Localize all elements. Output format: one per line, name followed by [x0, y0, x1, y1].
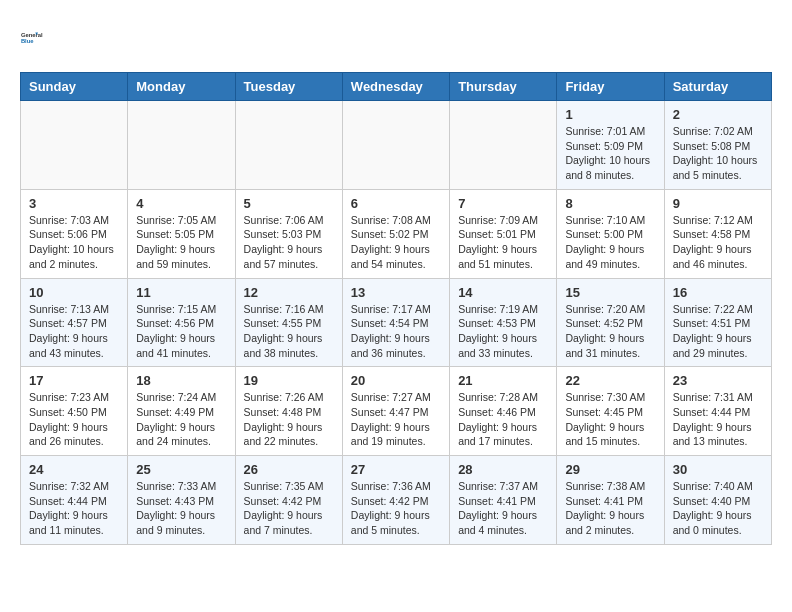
calendar-cell	[128, 101, 235, 190]
calendar-cell: 11Sunrise: 7:15 AM Sunset: 4:56 PM Dayli…	[128, 278, 235, 367]
day-info: Sunrise: 7:02 AM Sunset: 5:08 PM Dayligh…	[673, 124, 763, 183]
day-info: Sunrise: 7:40 AM Sunset: 4:40 PM Dayligh…	[673, 479, 763, 538]
day-number: 28	[458, 462, 548, 477]
calendar-cell: 1Sunrise: 7:01 AM Sunset: 5:09 PM Daylig…	[557, 101, 664, 190]
logo: General Blue	[20, 20, 56, 56]
calendar-week-row: 3Sunrise: 7:03 AM Sunset: 5:06 PM Daylig…	[21, 189, 772, 278]
day-info: Sunrise: 7:12 AM Sunset: 4:58 PM Dayligh…	[673, 213, 763, 272]
day-info: Sunrise: 7:31 AM Sunset: 4:44 PM Dayligh…	[673, 390, 763, 449]
calendar-cell: 17Sunrise: 7:23 AM Sunset: 4:50 PM Dayli…	[21, 367, 128, 456]
calendar-cell: 3Sunrise: 7:03 AM Sunset: 5:06 PM Daylig…	[21, 189, 128, 278]
day-number: 6	[351, 196, 441, 211]
calendar-cell: 5Sunrise: 7:06 AM Sunset: 5:03 PM Daylig…	[235, 189, 342, 278]
day-info: Sunrise: 7:01 AM Sunset: 5:09 PM Dayligh…	[565, 124, 655, 183]
day-number: 9	[673, 196, 763, 211]
calendar-cell: 2Sunrise: 7:02 AM Sunset: 5:08 PM Daylig…	[664, 101, 771, 190]
day-info: Sunrise: 7:19 AM Sunset: 4:53 PM Dayligh…	[458, 302, 548, 361]
day-info: Sunrise: 7:35 AM Sunset: 4:42 PM Dayligh…	[244, 479, 334, 538]
day-number: 18	[136, 373, 226, 388]
day-number: 25	[136, 462, 226, 477]
calendar-cell: 25Sunrise: 7:33 AM Sunset: 4:43 PM Dayli…	[128, 456, 235, 545]
weekday-header-sunday: Sunday	[21, 73, 128, 101]
day-number: 16	[673, 285, 763, 300]
day-info: Sunrise: 7:09 AM Sunset: 5:01 PM Dayligh…	[458, 213, 548, 272]
day-number: 4	[136, 196, 226, 211]
day-info: Sunrise: 7:33 AM Sunset: 4:43 PM Dayligh…	[136, 479, 226, 538]
weekday-header-friday: Friday	[557, 73, 664, 101]
calendar-cell: 20Sunrise: 7:27 AM Sunset: 4:47 PM Dayli…	[342, 367, 449, 456]
day-info: Sunrise: 7:15 AM Sunset: 4:56 PM Dayligh…	[136, 302, 226, 361]
calendar-cell: 22Sunrise: 7:30 AM Sunset: 4:45 PM Dayli…	[557, 367, 664, 456]
day-number: 2	[673, 107, 763, 122]
weekday-header-thursday: Thursday	[450, 73, 557, 101]
day-number: 15	[565, 285, 655, 300]
day-number: 10	[29, 285, 119, 300]
day-number: 23	[673, 373, 763, 388]
day-info: Sunrise: 7:16 AM Sunset: 4:55 PM Dayligh…	[244, 302, 334, 361]
day-number: 29	[565, 462, 655, 477]
calendar-table: SundayMondayTuesdayWednesdayThursdayFrid…	[20, 72, 772, 545]
calendar-cell: 23Sunrise: 7:31 AM Sunset: 4:44 PM Dayli…	[664, 367, 771, 456]
calendar-cell: 28Sunrise: 7:37 AM Sunset: 4:41 PM Dayli…	[450, 456, 557, 545]
day-number: 3	[29, 196, 119, 211]
day-info: Sunrise: 7:10 AM Sunset: 5:00 PM Dayligh…	[565, 213, 655, 272]
weekday-header-row: SundayMondayTuesdayWednesdayThursdayFrid…	[21, 73, 772, 101]
svg-text:Blue: Blue	[21, 38, 34, 44]
calendar-week-row: 24Sunrise: 7:32 AM Sunset: 4:44 PM Dayli…	[21, 456, 772, 545]
day-info: Sunrise: 7:24 AM Sunset: 4:49 PM Dayligh…	[136, 390, 226, 449]
day-info: Sunrise: 7:17 AM Sunset: 4:54 PM Dayligh…	[351, 302, 441, 361]
day-number: 20	[351, 373, 441, 388]
day-info: Sunrise: 7:08 AM Sunset: 5:02 PM Dayligh…	[351, 213, 441, 272]
day-info: Sunrise: 7:23 AM Sunset: 4:50 PM Dayligh…	[29, 390, 119, 449]
calendar-cell: 8Sunrise: 7:10 AM Sunset: 5:00 PM Daylig…	[557, 189, 664, 278]
day-info: Sunrise: 7:05 AM Sunset: 5:05 PM Dayligh…	[136, 213, 226, 272]
calendar-cell: 21Sunrise: 7:28 AM Sunset: 4:46 PM Dayli…	[450, 367, 557, 456]
calendar-cell: 16Sunrise: 7:22 AM Sunset: 4:51 PM Dayli…	[664, 278, 771, 367]
calendar-cell: 27Sunrise: 7:36 AM Sunset: 4:42 PM Dayli…	[342, 456, 449, 545]
calendar-cell	[235, 101, 342, 190]
day-info: Sunrise: 7:22 AM Sunset: 4:51 PM Dayligh…	[673, 302, 763, 361]
weekday-header-monday: Monday	[128, 73, 235, 101]
calendar-cell: 7Sunrise: 7:09 AM Sunset: 5:01 PM Daylig…	[450, 189, 557, 278]
calendar-cell: 10Sunrise: 7:13 AM Sunset: 4:57 PM Dayli…	[21, 278, 128, 367]
day-number: 24	[29, 462, 119, 477]
calendar-cell	[342, 101, 449, 190]
day-number: 26	[244, 462, 334, 477]
day-info: Sunrise: 7:36 AM Sunset: 4:42 PM Dayligh…	[351, 479, 441, 538]
day-number: 27	[351, 462, 441, 477]
calendar-cell: 30Sunrise: 7:40 AM Sunset: 4:40 PM Dayli…	[664, 456, 771, 545]
day-number: 8	[565, 196, 655, 211]
day-info: Sunrise: 7:37 AM Sunset: 4:41 PM Dayligh…	[458, 479, 548, 538]
calendar-cell: 18Sunrise: 7:24 AM Sunset: 4:49 PM Dayli…	[128, 367, 235, 456]
calendar-cell: 14Sunrise: 7:19 AM Sunset: 4:53 PM Dayli…	[450, 278, 557, 367]
day-number: 12	[244, 285, 334, 300]
day-number: 21	[458, 373, 548, 388]
page-header: General Blue	[20, 20, 772, 56]
calendar-cell	[21, 101, 128, 190]
day-info: Sunrise: 7:30 AM Sunset: 4:45 PM Dayligh…	[565, 390, 655, 449]
calendar-week-row: 17Sunrise: 7:23 AM Sunset: 4:50 PM Dayli…	[21, 367, 772, 456]
calendar-week-row: 10Sunrise: 7:13 AM Sunset: 4:57 PM Dayli…	[21, 278, 772, 367]
day-info: Sunrise: 7:06 AM Sunset: 5:03 PM Dayligh…	[244, 213, 334, 272]
day-info: Sunrise: 7:38 AM Sunset: 4:41 PM Dayligh…	[565, 479, 655, 538]
calendar-week-row: 1Sunrise: 7:01 AM Sunset: 5:09 PM Daylig…	[21, 101, 772, 190]
calendar-cell: 13Sunrise: 7:17 AM Sunset: 4:54 PM Dayli…	[342, 278, 449, 367]
day-number: 5	[244, 196, 334, 211]
logo-icon: General Blue	[20, 20, 56, 56]
calendar-cell: 4Sunrise: 7:05 AM Sunset: 5:05 PM Daylig…	[128, 189, 235, 278]
day-number: 17	[29, 373, 119, 388]
day-number: 14	[458, 285, 548, 300]
day-info: Sunrise: 7:13 AM Sunset: 4:57 PM Dayligh…	[29, 302, 119, 361]
day-info: Sunrise: 7:32 AM Sunset: 4:44 PM Dayligh…	[29, 479, 119, 538]
day-number: 1	[565, 107, 655, 122]
day-number: 7	[458, 196, 548, 211]
day-info: Sunrise: 7:20 AM Sunset: 4:52 PM Dayligh…	[565, 302, 655, 361]
day-info: Sunrise: 7:26 AM Sunset: 4:48 PM Dayligh…	[244, 390, 334, 449]
calendar-cell	[450, 101, 557, 190]
day-number: 19	[244, 373, 334, 388]
calendar-cell: 24Sunrise: 7:32 AM Sunset: 4:44 PM Dayli…	[21, 456, 128, 545]
day-number: 22	[565, 373, 655, 388]
weekday-header-tuesday: Tuesday	[235, 73, 342, 101]
calendar-cell: 6Sunrise: 7:08 AM Sunset: 5:02 PM Daylig…	[342, 189, 449, 278]
day-number: 30	[673, 462, 763, 477]
